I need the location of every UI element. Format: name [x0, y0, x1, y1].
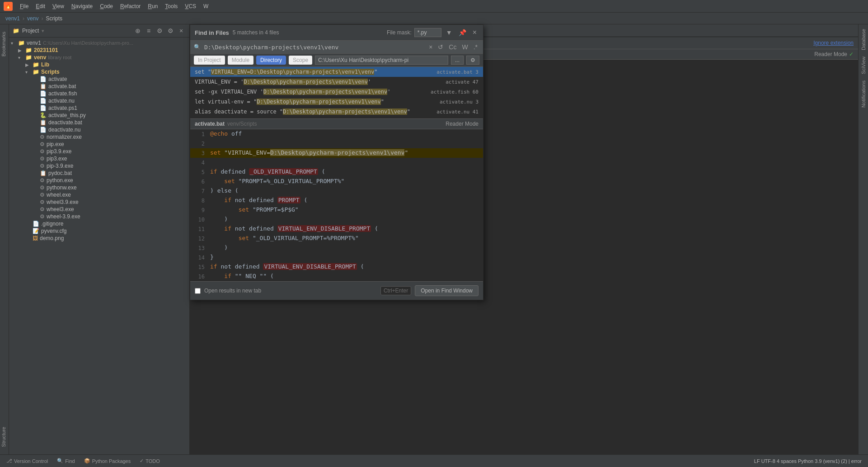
- fif-result-file-3: activate.fish 60: [431, 89, 479, 95]
- keyword-echo: @echo: [210, 130, 228, 137]
- nushell-ignore-btn[interactable]: Ignore extension: [813, 40, 854, 46]
- sidebar-scroll-icon[interactable]: ⊕: [133, 26, 142, 35]
- status-todo[interactable]: ✓ TODO: [137, 457, 163, 465]
- fif-open-tab-label: Open results in new tab: [204, 288, 261, 294]
- tree-item-activate-this-py[interactable]: 🐍 activate_this.py: [9, 112, 189, 119]
- tree-path-venv1: C:\Users\Xu Han\Desktop\pycharm-pro...: [43, 40, 133, 46]
- breadcrumb-venv1[interactable]: venv1: [5, 15, 20, 22]
- file-icon-gitignore: 📄: [33, 221, 39, 227]
- sidebar-filter-icon[interactable]: ⚙: [155, 26, 164, 35]
- breadcrumb-venv[interactable]: venv: [27, 15, 38, 22]
- tree-item-scripts[interactable]: ▾ 📁 Scripts: [9, 68, 189, 75]
- tree-item-deactivate-bat[interactable]: 📋 deactivate.bat: [9, 119, 189, 126]
- notifications-panel-btn[interactable]: Notifications: [860, 78, 867, 110]
- fif-regex-btn[interactable]: .*: [472, 42, 479, 52]
- tree-label-pip-exe: pip.exe: [47, 141, 64, 147]
- fif-scope-extra-btn[interactable]: ⚙: [466, 56, 479, 65]
- status-version-control[interactable]: ⎇ Version Control: [4, 457, 51, 465]
- tree-item-deactivate-nu[interactable]: 📄 deactivate.nu: [9, 126, 189, 133]
- file-icon-pydoc-bat: 📋: [40, 170, 47, 176]
- structure-panel-btn[interactable]: Structure: [0, 424, 9, 450]
- menu-refactor[interactable]: Refactor: [117, 2, 144, 10]
- menu-edit[interactable]: Edit: [32, 2, 49, 10]
- tree-item-activate-fish[interactable]: 📄 activate.fish: [9, 90, 189, 97]
- tree-item-pip3-exe[interactable]: ⚙ pip3.exe: [9, 155, 189, 162]
- tree-venv-suffix: library root: [48, 55, 71, 60]
- tree-item-activate[interactable]: 📄 activate: [9, 75, 189, 83]
- fif-result-2[interactable]: VIRTUAL_ENV = 'D:\Desktop\pycharm-projec…: [190, 77, 483, 87]
- tree-item-wheel-exe[interactable]: ⚙ wheel.exe: [9, 191, 189, 198]
- status-encoding[interactable]: LF UTF-8 4 spaces Python 3.9 (venv1) (2)…: [751, 458, 864, 465]
- tree-label-activate: activate: [48, 76, 67, 82]
- menu-file[interactable]: File: [16, 2, 32, 10]
- menu-run[interactable]: Run: [144, 2, 161, 10]
- subfile-line-9: 9 set "PROMPT=$P$G": [190, 205, 483, 215]
- menu-code[interactable]: Code: [96, 2, 117, 10]
- tree-item-pyvenv-cfg[interactable]: 📝 pyvenv.cfg: [9, 227, 189, 235]
- fif-clear-btn[interactable]: ×: [427, 42, 434, 52]
- fif-result-4[interactable]: let virtual-env = "D:\Desktop\pycharm-pr…: [190, 97, 483, 107]
- menu-navigate[interactable]: Navigate: [68, 2, 96, 10]
- tree-item-activate-bat[interactable]: 📋 activate.bat: [9, 83, 189, 90]
- tree-item-wheel3-exe[interactable]: ⚙ wheel3.exe: [9, 206, 189, 213]
- left-sidebar-icons: Bookmarks Structure: [0, 24, 9, 454]
- tree-item-pip-exe[interactable]: ⚙ pip.exe: [9, 141, 189, 148]
- find-in-files-panel: Find in Files 5 matches in 4 files File …: [190, 24, 483, 300]
- fif-case-btn[interactable]: Cc: [447, 42, 458, 52]
- fif-open-tab-checkbox[interactable]: [195, 288, 201, 294]
- menu-vcs[interactable]: VCS: [181, 2, 200, 10]
- subfile-header-activate-bat: activate.bat venv/Scripts Reader Mode: [190, 118, 483, 129]
- tree-item-activate-nu[interactable]: 📄 activate.nu: [9, 97, 189, 104]
- menu-view[interactable]: View: [49, 2, 68, 10]
- tree-item-pythonw-exe[interactable]: ⚙ pythonw.exe: [9, 184, 189, 191]
- fif-filemask-input[interactable]: [414, 28, 441, 37]
- sidebar-collapse-icon[interactable]: ≡: [144, 26, 153, 35]
- tree-item-lib[interactable]: ▶ 📁 Lib: [9, 61, 189, 68]
- fif-scope-path-input[interactable]: [315, 56, 448, 65]
- tree-item-gitignore[interactable]: 📄 .gitignore: [9, 220, 189, 227]
- fif-result-file-4: activate.nu 3: [440, 99, 479, 105]
- tree-item-pip-3-9-exe[interactable]: ⚙ pip-3.9.exe: [9, 162, 189, 170]
- database-panel-btn[interactable]: Database: [860, 26, 867, 53]
- tree-item-venv[interactable]: ▾ 📁 venv library root: [9, 54, 189, 61]
- fif-word-btn[interactable]: W: [460, 42, 469, 52]
- sidebar-close-icon[interactable]: ×: [177, 26, 186, 35]
- tree-item-wheel-3-9-exe[interactable]: ⚙ wheel-3.9.exe: [9, 213, 189, 220]
- fif-scope-scope[interactable]: Scope: [289, 56, 312, 65]
- fif-scope-more-btn[interactable]: ...: [451, 56, 464, 65]
- tree-item-pydoc-bat[interactable]: 📋 pydoc.bat: [9, 170, 189, 177]
- fif-title: Find in Files: [195, 29, 229, 36]
- tree-item-normalizer-exe[interactable]: ⚙ normalizer.exe: [9, 133, 189, 141]
- tree-item-venv1[interactable]: ▾ 📁 venv1 C:\Users\Xu Han\Desktop\pychar…: [9, 39, 189, 47]
- status-find[interactable]: 🔍 Find: [54, 457, 77, 465]
- fif-result-5[interactable]: alias deactivate = source "D:\Desktop\py…: [190, 107, 483, 117]
- tree-item-activate-ps1[interactable]: 📄 activate.ps1: [9, 104, 189, 112]
- status-python-packages[interactable]: 📦 Python Packages: [81, 457, 134, 465]
- reader-mode-btn[interactable]: Reader Mode ✓: [814, 51, 854, 57]
- menu-w[interactable]: W: [200, 2, 212, 10]
- fif-scope-module[interactable]: Module: [228, 56, 253, 65]
- menu-tools[interactable]: Tools: [161, 2, 181, 10]
- sciview-panel-btn[interactable]: SciView: [860, 54, 867, 77]
- bookmarks-panel-btn[interactable]: Bookmarks: [0, 29, 9, 59]
- fif-result-3[interactable]: set -gx VIRTUAL_ENV 'D:\Desktop\pycharm-…: [190, 87, 483, 97]
- fif-pin-btn[interactable]: 📌: [457, 28, 468, 37]
- fif-filter-btn[interactable]: ▼: [444, 28, 454, 37]
- tree-item-20231101[interactable]: ▶ 📁 20231101: [9, 47, 189, 54]
- fif-back-btn[interactable]: ↺: [436, 42, 445, 52]
- fif-result-1[interactable]: set "VIRTUAL_ENV=D:\Desktop\pycharm-proj…: [190, 67, 483, 77]
- breadcrumb-scripts[interactable]: Scripts: [46, 15, 62, 22]
- fif-search-input[interactable]: [204, 44, 425, 51]
- sidebar-settings-icon[interactable]: ⚙: [166, 26, 175, 35]
- tree-item-pip39-exe[interactable]: ⚙ pip3.9.exe: [9, 148, 189, 155]
- fif-scope-directory[interactable]: Directory: [256, 56, 286, 65]
- tree-label-wheel-exe: wheel.exe: [47, 192, 71, 198]
- tree-item-wheel39-exe[interactable]: ⚙ wheel3.9.exe: [9, 198, 189, 206]
- breadcrumb: venv1 › venv › Scripts: [0, 13, 868, 24]
- tree-item-python-exe[interactable]: ⚙ python.exe: [9, 177, 189, 184]
- tree-item-demo-png[interactable]: 🖼 demo.png: [9, 235, 189, 242]
- fif-scope-inproject[interactable]: In Project: [194, 56, 225, 65]
- sidebar-dropdown-arrow[interactable]: ▾: [42, 28, 44, 34]
- fif-close-btn[interactable]: ×: [471, 28, 479, 38]
- fif-open-window-btn[interactable]: Open in Find Window: [415, 285, 479, 296]
